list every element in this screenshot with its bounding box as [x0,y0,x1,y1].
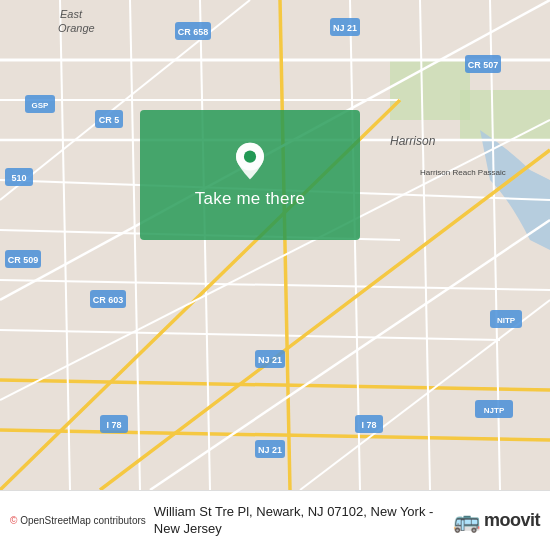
svg-text:Orange: Orange [58,22,95,34]
svg-text:CR 509: CR 509 [8,255,39,265]
svg-text:NJTP: NJTP [484,406,505,415]
svg-text:510: 510 [11,173,26,183]
svg-rect-1 [390,60,470,120]
svg-text:GSP: GSP [32,101,50,110]
svg-text:NITP: NITP [497,316,516,325]
moovit-wordmark: moovit [484,510,540,531]
moovit-logo: 🚌 moovit [453,508,540,534]
svg-text:NJ 21: NJ 21 [333,23,357,33]
svg-text:NJ 21: NJ 21 [258,355,282,365]
svg-text:CR 603: CR 603 [93,295,124,305]
svg-rect-2 [460,90,550,140]
svg-text:East: East [60,8,83,20]
map-view: CR 658 NJ 21 CR 507 CR 5 GSP 510 CR 509 … [0,0,550,490]
svg-text:Harrison Reach Passaic: Harrison Reach Passaic [420,168,506,177]
svg-point-59 [244,151,256,163]
bottom-bar: © OpenStreetMap contributors William St … [0,490,550,550]
svg-text:CR 5: CR 5 [99,115,120,125]
take-me-there-button[interactable]: Take me there [195,189,305,209]
svg-text:I 78: I 78 [361,420,376,430]
svg-text:CR 658: CR 658 [178,27,209,37]
svg-text:CR 507: CR 507 [468,60,499,70]
osm-credit: © OpenStreetMap contributors [10,515,146,526]
location-pin-icon [230,141,270,181]
svg-text:I 78: I 78 [106,420,121,430]
svg-text:NJ 21: NJ 21 [258,445,282,455]
bus-icon: 🚌 [453,508,480,534]
address-text: William St Tre Pl, Newark, NJ 07102, New… [154,504,445,538]
location-highlight: Take me there [140,110,360,240]
svg-text:Harrison: Harrison [390,134,436,148]
